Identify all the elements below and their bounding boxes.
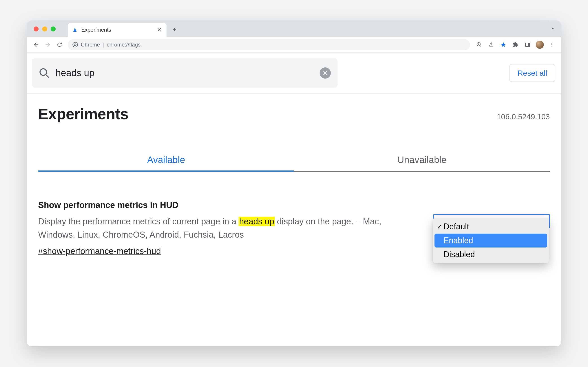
tab-unavailable[interactable]: Unavailable	[294, 150, 550, 171]
svg-point-8	[551, 43, 552, 44]
browser-window: Experiments ✕ + Chrome | chrome://flags	[27, 21, 561, 346]
clear-search-button[interactable]	[320, 67, 331, 79]
omnibox-url: chrome://flags	[107, 42, 141, 48]
close-window-button[interactable]	[34, 26, 39, 32]
flask-icon	[72, 27, 78, 33]
maximize-window-button[interactable]	[51, 26, 56, 32]
flag-description: Display the performance metrics of curre…	[38, 215, 415, 242]
content-inner: Experiments 106.0.5249.103 Available Una…	[27, 94, 561, 258]
svg-point-9	[551, 44, 552, 45]
tab-title: Experiments	[81, 27, 156, 33]
option-enabled[interactable]: Enabled	[435, 234, 547, 248]
svg-point-10	[551, 46, 552, 47]
browser-toolbar: Chrome | chrome://flags	[27, 37, 561, 53]
svg-line-3	[480, 45, 481, 47]
side-panel-icon[interactable]	[523, 40, 533, 50]
heading-row: Experiments 106.0.5249.103	[38, 105, 550, 123]
flag-text: Show performance metrics in HUD Display …	[38, 199, 415, 258]
forward-button[interactable]	[43, 40, 53, 50]
share-icon[interactable]	[486, 40, 496, 50]
extensions-icon[interactable]	[510, 40, 521, 50]
flags-search-box	[32, 58, 338, 88]
omnibox-separator: |	[103, 42, 104, 48]
toolbar-actions	[474, 40, 557, 50]
option-disabled[interactable]: Disabled	[435, 248, 547, 261]
flag-desc-before: Display the performance metrics of curre…	[38, 217, 239, 226]
menu-icon[interactable]	[547, 40, 557, 50]
omnibox-label: Chrome	[81, 42, 100, 48]
svg-line-12	[46, 75, 48, 77]
reload-button[interactable]	[54, 40, 65, 50]
bookmark-star-icon[interactable]	[498, 40, 508, 50]
page-title: Experiments	[38, 105, 129, 123]
browser-tab[interactable]: Experiments ✕	[68, 23, 167, 37]
reset-all-button[interactable]: Reset all	[509, 64, 555, 82]
option-default[interactable]: Default	[435, 220, 547, 234]
svg-point-0	[73, 42, 78, 47]
tab-overflow-button[interactable]	[550, 25, 556, 32]
new-tab-button[interactable]: +	[170, 25, 179, 35]
flag-desc-highlight: heads up	[239, 217, 274, 226]
flag-item: Show performance metrics in HUD Display …	[38, 199, 550, 258]
page-content: Reset all Experiments 106.0.5249.103 Ava…	[27, 53, 561, 346]
svg-point-1	[74, 44, 76, 46]
search-row: Reset all	[27, 53, 561, 94]
svg-rect-7	[528, 43, 530, 47]
search-icon	[39, 67, 50, 79]
chrome-icon	[72, 42, 78, 48]
address-bar[interactable]: Chrome | chrome://flags	[68, 39, 470, 50]
select-dropdown: Default Enabled Disabled	[433, 218, 549, 263]
tabs-row: Available Unavailable	[38, 150, 550, 172]
flag-hash-link[interactable]: #show-performance-metrics-hud	[38, 245, 161, 258]
zoom-icon[interactable]	[474, 40, 484, 50]
back-button[interactable]	[31, 40, 41, 50]
profile-avatar[interactable]	[535, 40, 545, 50]
window-controls	[34, 26, 56, 32]
search-input[interactable]	[55, 67, 314, 79]
chrome-version: 106.0.5249.103	[497, 112, 550, 121]
flag-title: Show performance metrics in HUD	[38, 199, 415, 212]
close-tab-icon[interactable]: ✕	[156, 26, 162, 33]
tab-strip: Experiments ✕ +	[27, 21, 561, 37]
minimize-window-button[interactable]	[42, 26, 47, 32]
tab-available[interactable]: Available	[38, 150, 294, 171]
